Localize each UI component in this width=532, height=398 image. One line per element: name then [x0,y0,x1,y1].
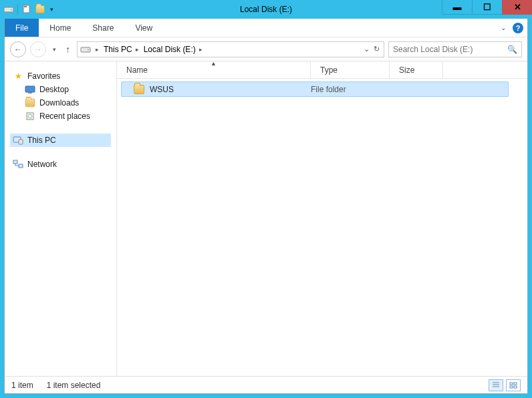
close-button[interactable]: ✕ [502,0,532,15]
navpane-item-downloads[interactable]: Downloads [10,96,111,110]
file-list-area: Name ▲ Type Size WSUS File folder [117,61,527,376]
file-rows: WSUS File folder [117,79,527,376]
ribbon-file-tab[interactable]: File [5,19,39,37]
address-history-icon[interactable]: ⌄ [364,45,370,53]
pc-icon [13,136,23,145]
svg-rect-14 [510,383,513,385]
svg-rect-13 [19,164,23,168]
content-area: ★ Favorites Desktop Downloads [5,61,527,376]
sort-ascending-icon: ▲ [211,61,217,67]
svg-rect-3 [24,6,27,7]
breadcrumb-chevron-icon[interactable]: ▸ [197,46,205,53]
column-label: Name [126,65,148,75]
quick-access-toolbar: ▾ [3,3,56,15]
breadcrumb-item[interactable]: Local Disk (E:) ▸ [144,45,205,54]
help-icon[interactable]: ? [513,23,523,33]
svg-rect-17 [514,386,517,388]
navpane-label: This PC [27,136,56,145]
search-icon[interactable]: 🔍 [507,45,517,54]
svg-rect-15 [514,383,517,385]
navpane-label: Network [27,160,57,169]
svg-rect-7 [28,92,32,93]
navpane-item-recent[interactable]: Recent places [10,110,111,123]
view-large-icons-button[interactable] [506,379,521,391]
back-button[interactable]: ← [10,41,26,57]
svg-rect-11 [19,140,23,144]
navigation-bar: ← → ▾ ↑ ▸ This PC ▸ Local Disk (E:) ▸ ⌄ … [5,37,527,61]
svg-rect-6 [25,86,35,92]
drive-icon [80,44,91,55]
folder-icon [134,85,144,94]
navpane-item-network[interactable]: Network [10,158,111,171]
favorites-header[interactable]: ★ Favorites [10,69,111,83]
column-label: Size [399,65,414,75]
minimize-button[interactable]: ▬ [442,0,472,15]
search-input[interactable] [393,45,507,54]
navpane-item-thispc[interactable]: This PC [10,134,111,147]
ribbon-expand-icon[interactable]: ⌄ [498,21,509,34]
column-header-size[interactable]: Size [390,61,443,78]
ribbon-tab-view[interactable]: View [124,19,163,37]
breadcrumb-label: Local Disk (E:) [144,45,196,54]
favorites-group: ★ Favorites Desktop Downloads [5,68,116,132]
svg-point-1 [11,9,12,11]
status-item-count: 1 item [11,381,33,390]
breadcrumb-chevron-icon[interactable]: ▸ [134,46,141,53]
downloads-icon [25,98,35,108]
column-header-type[interactable]: Type [311,61,390,78]
file-row[interactable]: WSUS File folder [121,81,509,97]
column-label: Type [320,65,338,75]
refresh-icon[interactable]: ↻ [374,45,380,53]
desktop-icon [25,85,35,94]
recent-locations-icon[interactable]: ▾ [50,46,59,53]
thispc-group: This PC [5,132,116,156]
network-icon [13,160,23,169]
star-icon: ★ [13,71,23,81]
qat-customize-icon[interactable]: ▾ [47,6,56,13]
ribbon: File Home Share View ⌄ ? [5,19,527,37]
status-bar: 1 item 1 item selected [5,376,527,393]
column-header-name[interactable]: Name ▲ [117,61,311,78]
file-name-cell: WSUS [122,85,311,94]
window-controls: ▬ ☐ ✕ [442,0,532,15]
favorites-label: Favorites [27,71,60,81]
navpane-label: Recent places [39,112,90,121]
breadcrumb-item[interactable]: This PC ▸ [104,45,141,54]
drive-mini-icon [3,3,15,15]
forward-button[interactable]: → [30,41,46,57]
address-bar[interactable]: ▸ This PC ▸ Local Disk (E:) ▸ ⌄ ↻ [77,41,384,57]
breadcrumb-label: This PC [104,45,132,54]
search-box[interactable]: 🔍 [388,41,522,57]
properties-icon[interactable] [21,3,33,15]
new-folder-icon[interactable] [34,3,46,15]
maximize-button[interactable]: ☐ [472,0,502,15]
status-selection: 1 item selected [47,381,101,390]
view-details-button[interactable] [489,379,503,391]
window-body: File Home Share View ⌄ ? ← → ▾ ↑ ▸ This … [4,19,528,394]
svg-rect-16 [510,386,513,388]
svg-point-5 [88,49,89,50]
column-end [443,61,452,78]
up-button[interactable]: ↑ [63,44,73,55]
file-name: WSUS [150,85,174,94]
svg-rect-12 [13,160,17,164]
ribbon-tab-share[interactable]: Share [82,19,124,37]
navpane-item-desktop[interactable]: Desktop [10,83,111,96]
breadcrumb-root-chevron-icon[interactable]: ▸ [94,46,101,53]
navpane-label: Downloads [39,98,79,108]
network-group: Network [5,156,116,180]
qat-separator [17,4,18,15]
title-bar: ▾ Local Disk (E:) ▬ ☐ ✕ [0,0,532,19]
column-headers: Name ▲ Type Size [117,61,527,79]
file-type-cell: File folder [311,85,390,94]
recent-icon [25,112,35,121]
navigation-pane: ★ Favorites Desktop Downloads [5,61,117,376]
navpane-label: Desktop [39,85,69,94]
ribbon-tab-home[interactable]: Home [39,19,82,37]
